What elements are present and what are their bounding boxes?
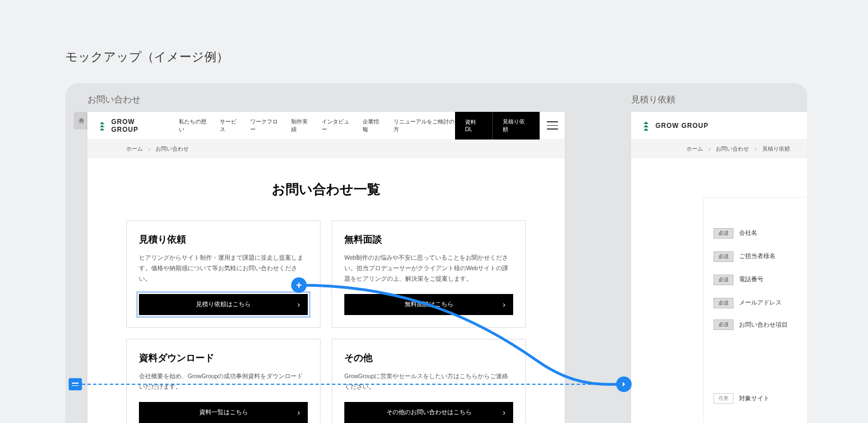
card-quote: 見積り依頼 ヒアリングからサイト制作・運用まで課題に並走し提案します。価格や納期…: [126, 220, 321, 328]
nav-item[interactable]: サービス: [220, 118, 240, 133]
main-nav: 私たちの想い サービス ワークフロー 制作実績 インタビュー 企業情報 リニュー…: [179, 118, 455, 133]
drag-handle-icon[interactable]: [69, 378, 82, 390]
panel-title-quote: 見積り依頼: [631, 94, 675, 106]
card-desc: 会社概要を始め、GrowGroupの成功事例資料をダウンロードいただけます。: [139, 371, 308, 392]
form: 必須 会社名 必須 ご担当者様名 必須 電話番号: [714, 215, 807, 404]
nav-item[interactable]: リニューアルをご検討の方: [394, 118, 456, 133]
form-row-site: 任意 対象サイト: [714, 393, 807, 404]
form-label: 対象サイト: [739, 395, 807, 403]
download-button[interactable]: 資料DL: [455, 112, 493, 140]
card-title: 見積り依頼: [139, 233, 308, 246]
flow-dashed-line: [76, 384, 619, 385]
form-label: ご担当者様名: [739, 252, 807, 260]
site-header: GROW GROUP 私たちの想い サービス ワークフロー 制作実績 インタビュ…: [87, 112, 565, 140]
required-badge: 必須: [714, 228, 733, 239]
required-badge: 必須: [714, 251, 733, 262]
home-icon: [78, 117, 85, 125]
chevron-right-icon: ›: [148, 146, 150, 152]
form-row-email: 必須 メールアドレス: [714, 296, 807, 309]
chevron-right-icon: ›: [755, 146, 756, 152]
plus-icon[interactable]: +: [291, 277, 307, 293]
card-title: その他: [344, 352, 513, 364]
nav-item[interactable]: インタビュー: [322, 118, 353, 133]
card-desc: Web制作のお悩みや不安に思っていることをお聞かせください。担当プロデューサーが…: [344, 252, 513, 284]
logo-icon: [97, 121, 107, 131]
required-badge: 必須: [714, 275, 733, 285]
menu-icon[interactable]: [540, 112, 565, 140]
logo-text: GROW GROUP: [655, 122, 709, 130]
other-contact-button[interactable]: その他のお問い合わせはこちら: [344, 402, 513, 423]
nav-item[interactable]: 企業情報: [363, 118, 383, 133]
form-row-phone: 必須 電話番号: [714, 273, 807, 286]
breadcrumb: ホーム › お問い合わせ › 見積り依頼: [631, 140, 807, 158]
card-desc: ヒアリングからサイト制作・運用まで課題に並走し提案します。価格や納期感について等…: [139, 252, 308, 284]
consultation-button[interactable]: 無料面談はこちら: [344, 294, 513, 315]
form-label: 電話番号: [739, 276, 807, 283]
quote-request-button[interactable]: 見積り依頼はこちら: [139, 294, 308, 315]
card-other: その他 GrowGroupに営業やセールスをしたい方はこちらからご連絡ください。…: [332, 339, 526, 423]
logo[interactable]: GROW GROUP: [631, 121, 719, 131]
breadcrumb: ホーム › お問い合わせ: [87, 140, 565, 158]
nav-item[interactable]: 制作実績: [291, 118, 312, 133]
optional-badge: 任意: [714, 393, 733, 404]
logo[interactable]: GROW GROUP: [87, 118, 171, 133]
breadcrumb-current: 見積り依頼: [762, 145, 790, 153]
card-download: 資料ダウンロード 会社概要を始め、GrowGroupの成功事例資料をダウンロード…: [126, 339, 321, 423]
form-intro-text: 下記: [714, 208, 807, 215]
breadcrumb-home[interactable]: ホーム: [126, 145, 143, 153]
form-label: 会社名: [739, 229, 807, 237]
main-heading: お問い合わせ一覧: [126, 180, 526, 198]
home-tab[interactable]: [74, 112, 89, 130]
logo-icon: [641, 121, 651, 131]
breadcrumb-mid[interactable]: お問い合わせ: [716, 145, 749, 153]
site-header: GROW GROUP: [631, 112, 807, 140]
form-label: メールアドレス: [739, 299, 807, 307]
panel-title-contact: お問い合わせ: [87, 94, 141, 106]
page-title: モックアップ（イメージ例）: [65, 49, 229, 65]
card-grid: 見積り依頼 ヒアリングからサイト制作・運用まで課題に並走し提案します。価格や納期…: [126, 220, 526, 423]
card-title: 無料面談: [344, 233, 513, 246]
card-title: 資料ダウンロード: [139, 352, 308, 364]
browser-window-quote: GROW GROUP ホーム › お問い合わせ › 見積り依頼 下記 必須 会社…: [631, 112, 807, 423]
form-row-contact-name: 必須 ご担当者様名: [714, 250, 807, 263]
form-row-company: 必須 会社名: [714, 226, 807, 240]
nav-item[interactable]: ワークフロー: [250, 118, 281, 133]
browser-window-contact: GROW GROUP 私たちの想い サービス ワークフロー 制作実績 インタビュ…: [87, 112, 565, 423]
card-desc: GrowGroupに営業やセールスをしたい方はこちらからご連絡ください。: [344, 371, 513, 392]
form-label: お問い合わせ項目: [739, 321, 807, 329]
required-badge: 必須: [714, 319, 733, 330]
chevron-right-icon: ›: [709, 146, 710, 152]
logo-text: GROW GROUP: [111, 118, 161, 133]
card-consultation: 無料面談 Web制作のお悩みや不安に思っていることをお聞かせください。担当プロデ…: [332, 220, 526, 328]
quote-button[interactable]: 見積り依頼: [493, 112, 539, 140]
breadcrumb-home[interactable]: ホーム: [686, 145, 703, 153]
required-badge: 必須: [714, 298, 733, 308]
download-list-button[interactable]: 資料一覧はこちら: [139, 402, 308, 423]
nav-item[interactable]: 私たちの想い: [179, 118, 210, 133]
breadcrumb-current: お問い合わせ: [156, 145, 189, 153]
mockup-container: お問い合わせ 見積り依頼 GROW GROUP 私たちの想い サービス ワークフ…: [65, 83, 807, 423]
form-row-inquiry: 必須 お問い合わせ項目: [714, 319, 807, 330]
